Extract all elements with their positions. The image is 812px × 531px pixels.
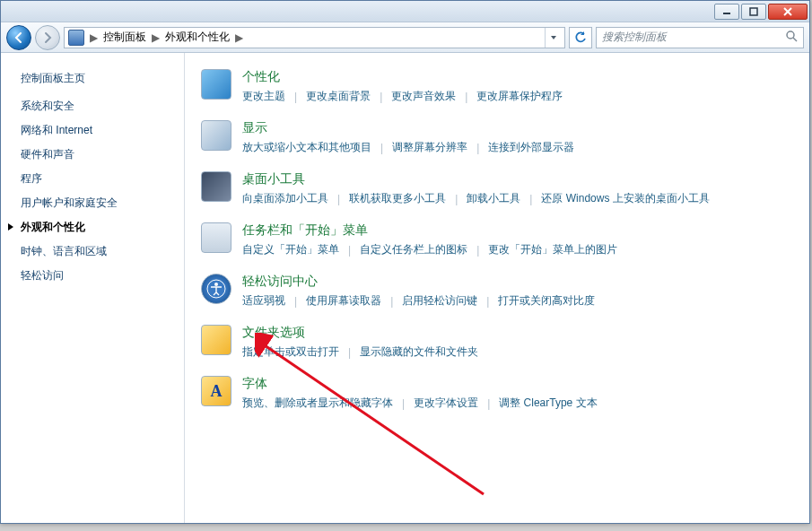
sidebar: 控制面板主页 系统和安全 网络和 Internet 硬件和声音 程序 用户帐户和… [1, 53, 185, 523]
breadcrumb-root[interactable]: 控制面板 [103, 30, 146, 45]
svg-point-7 [214, 283, 218, 286]
link-uninstall-gadget[interactable]: 卸载小工具 [467, 191, 520, 206]
maximize-button[interactable] [741, 4, 766, 20]
sidebar-item-ease[interactable]: 轻松访问 [21, 268, 184, 283]
sidebar-item-clock[interactable]: 时钟、语言和区域 [21, 244, 184, 259]
nav-bar: ▶ 控制面板 ▶ 外观和个性化 ▶ 搜索控制面板 [1, 22, 809, 53]
breadcrumb-current[interactable]: 外观和个性化 [165, 30, 230, 45]
display-icon [201, 120, 231, 151]
link-hidden-files[interactable]: 显示隐藏的文件和文件夹 [360, 344, 478, 360]
search-placeholder: 搜索控制面板 [602, 30, 785, 45]
category-fonts: A 字体 预览、删除或者显示和隐藏字体| 更改字体设置| 调整 ClearTyp… [201, 376, 793, 411]
category-title[interactable]: 字体 [242, 376, 267, 392]
personalization-icon [201, 69, 231, 100]
category-title[interactable]: 个性化 [242, 69, 280, 85]
chevron-right-icon: ▶ [231, 31, 247, 44]
refresh-button[interactable] [569, 27, 592, 48]
search-icon [785, 30, 798, 45]
sidebar-item-accounts[interactable]: 用户帐户和家庭安全 [21, 196, 184, 211]
category-links: 自定义「开始」菜单| 自定义任务栏上的图标| 更改「开始」菜单上的图片 [242, 242, 793, 257]
category-title[interactable]: 轻松访问中心 [242, 274, 318, 290]
link-customize-start[interactable]: 自定义「开始」菜单 [242, 242, 339, 257]
link-cleartype[interactable]: 调整 ClearType 文本 [499, 396, 597, 411]
category-links: 适应弱视| 使用屏幕读取器| 启用轻松访问键| 打开或关闭高对比度 [242, 293, 793, 309]
link-add-gadget[interactable]: 向桌面添加小工具 [242, 191, 328, 206]
back-button[interactable] [6, 25, 31, 50]
chevron-right-icon: ▶ [86, 31, 101, 44]
link-change-theme[interactable]: 更改主题 [242, 89, 285, 104]
link-font-settings[interactable]: 更改字体设置 [414, 396, 478, 411]
link-text-size[interactable]: 放大或缩小文本和其他项目 [242, 140, 371, 155]
link-preview-fonts[interactable]: 预览、删除或者显示和隐藏字体 [242, 396, 393, 411]
search-input[interactable]: 搜索控制面板 [596, 27, 804, 48]
category-title[interactable]: 桌面小工具 [242, 171, 305, 187]
folder-icon [201, 325, 231, 355]
category-personalization: 个性化 更改主题| 更改桌面背景| 更改声音效果| 更改屏幕保护程序 [201, 69, 793, 104]
close-button[interactable] [768, 4, 808, 20]
link-change-start-pic[interactable]: 更改「开始」菜单上的图片 [488, 242, 617, 257]
category-title[interactable]: 文件夹选项 [242, 325, 305, 341]
sidebar-home-link[interactable]: 控制面板主页 [21, 71, 184, 86]
category-ease: 轻松访问中心 适应弱视| 使用屏幕读取器| 启用轻松访问键| 打开或关闭高对比度 [201, 274, 793, 309]
sidebar-item-system[interactable]: 系统和安全 [21, 99, 184, 114]
link-restore-gadgets[interactable]: 还原 Windows 上安装的桌面小工具 [541, 191, 709, 206]
link-change-screensaver[interactable]: 更改屏幕保护程序 [476, 89, 563, 104]
svg-line-5 [793, 38, 797, 41]
chevron-right-icon: ▶ [148, 31, 163, 44]
category-links: 预览、删除或者显示和隐藏字体| 更改字体设置| 调整 ClearType 文本 [242, 396, 793, 411]
forward-button[interactable] [35, 25, 60, 50]
category-links: 指定单击或双击打开| 显示隐藏的文件和文件夹 [242, 344, 793, 360]
ease-icon [201, 274, 231, 304]
breadcrumb-dropdown[interactable] [545, 28, 561, 48]
category-title[interactable]: 显示 [242, 120, 267, 136]
category-links: 向桌面添加小工具| 联机获取更多小工具| 卸载小工具| 还原 Windows 上… [242, 191, 793, 206]
gadgets-icon [201, 171, 231, 202]
control-panel-window: ▶ 控制面板 ▶ 外观和个性化 ▶ 搜索控制面板 控制面板主页 系统和安全 网络… [0, 0, 810, 524]
svg-line-8 [262, 344, 484, 494]
taskbar-icon [201, 222, 231, 253]
category-display: 显示 放大或缩小文本和其他项目| 调整屏幕分辨率| 连接到外部显示器 [201, 120, 793, 155]
link-customize-taskbar-icons[interactable]: 自定义任务栏上的图标 [360, 242, 467, 257]
svg-rect-1 [750, 8, 757, 15]
category-title[interactable]: 任务栏和「开始」菜单 [242, 222, 368, 239]
link-get-gadgets[interactable]: 联机获取更多小工具 [349, 191, 446, 206]
category-folder: 文件夹选项 指定单击或双击打开| 显示隐藏的文件和文件夹 [201, 325, 793, 360]
link-low-vision[interactable]: 适应弱视 [242, 293, 285, 309]
sidebar-item-programs[interactable]: 程序 [21, 171, 184, 187]
minimize-button[interactable] [714, 4, 739, 20]
sidebar-item-appearance[interactable]: 外观和个性化 [21, 220, 184, 235]
sidebar-item-network[interactable]: 网络和 Internet [21, 123, 184, 138]
svg-point-4 [787, 31, 794, 39]
control-panel-icon [68, 30, 84, 46]
content-pane: 个性化 更改主题| 更改桌面背景| 更改声音效果| 更改屏幕保护程序 显示 放大… [185, 53, 809, 523]
link-high-contrast[interactable]: 打开或关闭高对比度 [498, 293, 595, 309]
link-change-bg[interactable]: 更改桌面背景 [306, 89, 371, 104]
category-links: 放大或缩小文本和其他项目| 调整屏幕分辨率| 连接到外部显示器 [242, 140, 793, 155]
breadcrumb[interactable]: ▶ 控制面板 ▶ 外观和个性化 ▶ [64, 27, 565, 48]
link-external-display[interactable]: 连接到外部显示器 [488, 140, 574, 155]
sidebar-item-hardware[interactable]: 硬件和声音 [21, 147, 184, 162]
category-taskbar: 任务栏和「开始」菜单 自定义「开始」菜单| 自定义任务栏上的图标| 更改「开始」… [201, 222, 793, 257]
titlebar [1, 1, 809, 22]
link-click-open[interactable]: 指定单击或双击打开 [242, 344, 339, 360]
link-resolution[interactable]: 调整屏幕分辨率 [392, 140, 467, 155]
link-screen-reader[interactable]: 使用屏幕读取器 [306, 293, 381, 309]
link-change-sound[interactable]: 更改声音效果 [391, 89, 456, 104]
category-gadgets: 桌面小工具 向桌面添加小工具| 联机获取更多小工具| 卸载小工具| 还原 Win… [201, 171, 793, 206]
link-ease-keys[interactable]: 启用轻松访问键 [402, 293, 477, 309]
fonts-icon: A [201, 376, 231, 406]
category-links: 更改主题| 更改桌面背景| 更改声音效果| 更改屏幕保护程序 [242, 89, 793, 104]
